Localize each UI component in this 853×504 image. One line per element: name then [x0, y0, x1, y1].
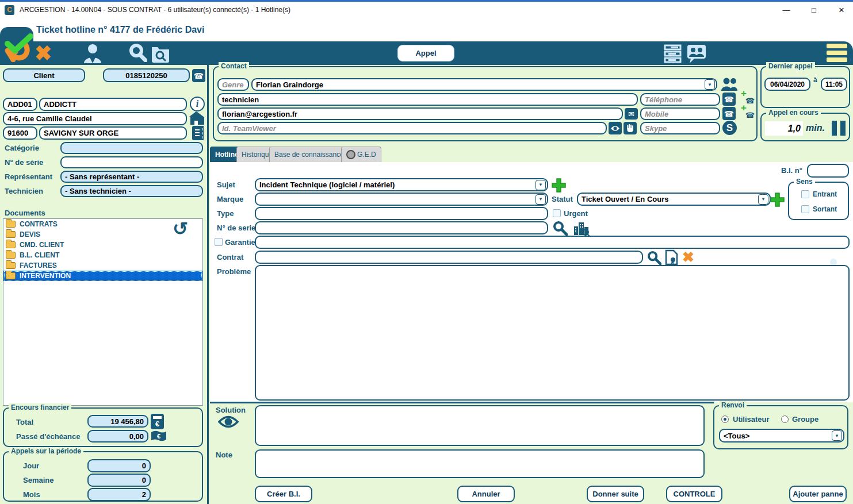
client-name-field[interactable]: ADDICTT: [39, 98, 187, 111]
solution-eye-icon[interactable]: [218, 415, 239, 431]
client-city-field[interactable]: SAVIGNY SUR ORGE: [39, 126, 187, 140]
chevron-down-icon[interactable]: ▼: [535, 180, 546, 190]
tab-historique-label: Historique: [242, 151, 273, 159]
marque-combo[interactable]: ▼: [255, 193, 548, 206]
tree-item-label: CONTRATS: [20, 220, 58, 228]
call-mobile-icon[interactable]: ☎: [722, 107, 736, 120]
statut-combo[interactable]: Ticket Ouvert / En Cours ▼: [577, 193, 771, 206]
serie-input[interactable]: [255, 221, 548, 234]
client-zip-field[interactable]: 91600: [3, 126, 37, 140]
contrat-input[interactable]: [255, 251, 643, 264]
contacts-icon[interactable]: [721, 76, 738, 94]
info-icon[interactable]: i: [190, 97, 205, 111]
client-card-icon[interactable]: [82, 43, 103, 66]
pause-icon[interactable]: [832, 121, 846, 138]
controle-button[interactable]: CONTROLE: [666, 486, 722, 502]
utilisateur-radio[interactable]: [721, 415, 729, 423]
chevron-down-icon[interactable]: ▼: [758, 194, 768, 205]
skype-input[interactable]: [640, 122, 720, 134]
renvoi-combo[interactable]: <Tous> ▼: [719, 429, 844, 443]
sortant-checkbox[interactable]: [801, 205, 809, 213]
tree-item-factures[interactable]: FACTURES: [3, 260, 202, 271]
technicien-field[interactable]: - Sans technicien -: [60, 185, 203, 197]
client-serie-field[interactable]: [60, 156, 203, 168]
donner-suite-button[interactable]: Donner suite: [587, 486, 644, 502]
groupe-radio[interactable]: [781, 415, 789, 423]
tree-item-intervention-selected[interactable]: INTERVENTION: [3, 271, 202, 281]
minimize-button[interactable]: —: [777, 3, 796, 16]
dernier-appel-time[interactable]: 11:05: [821, 78, 847, 91]
skype-icon[interactable]: S: [722, 121, 737, 135]
client-code-field[interactable]: ADD01: [3, 98, 37, 111]
dernier-appel-date[interactable]: 06/04/2020: [764, 78, 810, 91]
teamviewer-input[interactable]: [217, 122, 607, 134]
users-chat-icon[interactable]: [686, 44, 707, 67]
calculator-euro-icon[interactable]: €: [151, 414, 164, 432]
client-code-value: ADD01: [7, 100, 32, 109]
bi-input[interactable]: [807, 164, 849, 178]
bi-label: B.I. n°: [781, 166, 802, 175]
dial-phone-icon[interactable]: ☎: [192, 69, 205, 82]
refresh-icon[interactable]: ↺: [173, 220, 188, 238]
add-statut-icon[interactable]: [770, 192, 785, 210]
email-icon[interactable]: ✉: [625, 108, 638, 120]
telephone-input[interactable]: [640, 93, 720, 106]
mobile-input[interactable]: [640, 107, 720, 120]
type-input[interactable]: [255, 207, 548, 220]
fonction-input[interactable]: [217, 93, 638, 106]
solution-textarea[interactable]: [255, 405, 705, 446]
tree-item-label: CMD. CLIENT: [20, 241, 64, 249]
client-button[interactable]: Client: [3, 68, 85, 82]
contact-title: Contact: [219, 62, 249, 70]
contact-name-combo[interactable]: Florian Graindorge ▼: [251, 78, 717, 91]
client-address-field[interactable]: 4-6, rue Camille Claudel: [3, 112, 187, 125]
chevron-down-icon[interactable]: ▼: [832, 430, 842, 441]
cancel-icon[interactable]: ✖: [35, 41, 52, 66]
add-mobile-icon[interactable]: + ☎: [741, 105, 753, 120]
representant-field[interactable]: - Sans représentant -: [60, 171, 203, 183]
creer-bi-button[interactable]: Créer B.I.: [255, 486, 312, 502]
ajouter-panne-button[interactable]: Ajouter panne: [789, 486, 847, 502]
garantie-checkbox[interactable]: [215, 238, 223, 246]
eye-icon[interactable]: [609, 122, 622, 134]
renvoi-group: Renvoi: [713, 405, 848, 449]
chevron-down-icon[interactable]: ▼: [705, 79, 715, 90]
hand-icon[interactable]: [624, 122, 637, 134]
categorie-field[interactable]: [60, 142, 203, 154]
garantie-input[interactable]: [255, 236, 850, 249]
tree-item-cmd-client[interactable]: CMD. CLIENT: [3, 240, 202, 250]
genre-input[interactable]: [217, 78, 249, 91]
entrant-checkbox[interactable]: [801, 190, 809, 198]
tree-item-label: B.L. CLIENT: [20, 251, 59, 259]
contrat-delete-icon[interactable]: ✖: [682, 249, 694, 266]
records-list-icon[interactable]: [664, 44, 682, 66]
note-textarea[interactable]: [255, 449, 705, 478]
probleme-textarea[interactable]: [255, 265, 850, 401]
money-icon[interactable]: €: [151, 430, 167, 444]
validate-icon[interactable]: [3, 32, 33, 64]
chevron-down-icon[interactable]: ▼: [535, 194, 546, 205]
appel-en-cours-title: Appel en cours: [766, 109, 821, 117]
total-label: Total: [16, 418, 33, 426]
total-field: 19 456,80: [87, 415, 148, 428]
tree-item-bl-client[interactable]: B.L. CLIENT: [3, 250, 202, 260]
address-book-icon[interactable]: [191, 125, 205, 143]
menu-icon[interactable]: [827, 44, 847, 62]
search-icon[interactable]: [129, 44, 147, 64]
email-input[interactable]: [217, 107, 623, 120]
appel-button[interactable]: Appel: [397, 45, 454, 61]
maximize-button[interactable]: □: [804, 3, 824, 16]
tab-base-connaissances[interactable]: Base de connaissances: [269, 147, 353, 162]
jour-value: 0: [142, 461, 146, 470]
sujet-combo[interactable]: Incident Technique (logiciel / matériel)…: [255, 178, 548, 191]
folder-search-icon[interactable]: [151, 43, 170, 65]
client-phone-field[interactable]: 0185120250: [103, 68, 190, 82]
urgent-checkbox[interactable]: [553, 209, 561, 217]
svg-text:€: €: [157, 433, 160, 440]
annuler-button[interactable]: Annuler: [457, 486, 515, 502]
add-sujet-icon[interactable]: [551, 178, 567, 195]
close-button[interactable]: ✕: [832, 3, 851, 16]
call-telephone-icon[interactable]: ☎: [722, 93, 736, 106]
tab-ged[interactable]: G.E.D: [341, 147, 381, 162]
type-label: Type: [217, 209, 234, 218]
